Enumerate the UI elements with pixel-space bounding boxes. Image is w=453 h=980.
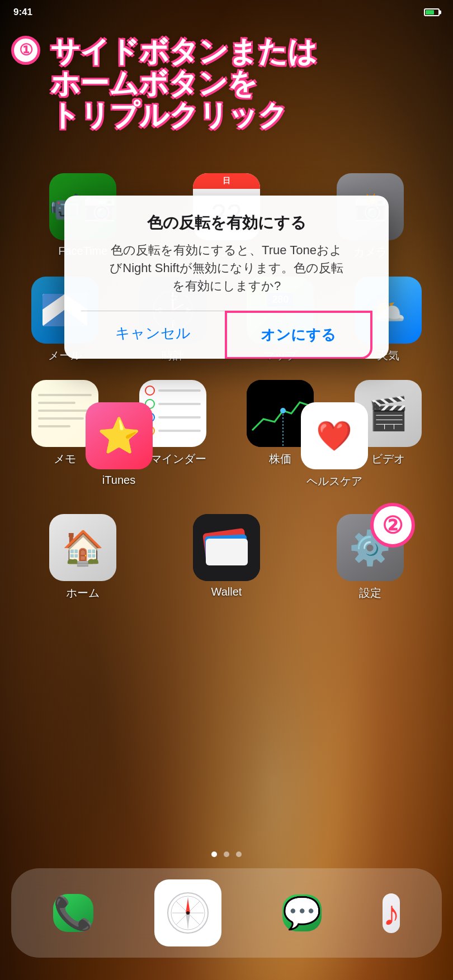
app-wallet[interactable]: Wallet (187, 514, 266, 601)
star-shape: ⭐ (97, 416, 140, 456)
cancel-button[interactable]: キャンセル (81, 311, 225, 359)
health-icon[interactable]: ❤️ (301, 402, 368, 469)
step2-circle-container: ② (370, 503, 415, 548)
page-dot-1 (211, 851, 217, 857)
battery-fill (426, 10, 434, 15)
wallet-label: Wallet (211, 586, 242, 598)
confirm-button[interactable]: オンにする (225, 311, 373, 359)
app-health[interactable]: ❤️ ヘルスケア (295, 402, 374, 489)
page-dot-2 (224, 851, 229, 857)
svg-point-23 (186, 911, 190, 915)
dock: 📞 💬 ♪ (11, 868, 442, 958)
status-time: 9:41 (13, 7, 32, 18)
dialog-title: 色の反転を有効にする (81, 212, 372, 234)
dialog-box: 色の反転を有効にする 色の反転を有効にすると、True ToneおよびNight… (64, 196, 389, 359)
dialog-overlay: 色の反転を有効にする 色の反転を有効にすると、True ToneおよびNight… (0, 196, 453, 359)
music-icon[interactable]: ♪ (383, 893, 400, 933)
wallet-card-3 (206, 539, 248, 565)
dock-phone[interactable]: 📞 (53, 894, 93, 932)
messages-icon[interactable]: 💬 (282, 895, 322, 931)
page-dot-3 (236, 851, 242, 857)
music-note: ♪ (383, 893, 400, 933)
status-right (424, 8, 440, 16)
step1-circle: ① (11, 36, 40, 65)
step2-circle: ② (370, 503, 415, 548)
dock-safari[interactable] (154, 879, 221, 946)
dialog-message: 色の反転を有効にすると、True ToneおよびNight Shiftが無効にな… (81, 241, 372, 295)
itunes-icon[interactable]: ⭐ (86, 402, 153, 469)
phone-icon[interactable]: 📞 (53, 894, 93, 932)
home-label: ホーム (66, 586, 100, 601)
wallet-cards (204, 531, 249, 564)
app-settings[interactable]: ⚙️ 設定 ② (331, 514, 409, 601)
app-row-4: ⭐ iTunes ❤️ ヘルスケア (11, 402, 442, 489)
app-row-5-container: 🏠 ホーム Wallet ⚙️ 設定 (0, 514, 453, 617)
battery-icon (424, 8, 440, 16)
calendar-header: 日 (193, 173, 260, 189)
safari-icon[interactable] (154, 879, 221, 946)
app-row-5: 🏠 ホーム Wallet ⚙️ 設定 (11, 514, 442, 601)
app-itunes[interactable]: ⭐ iTunes (80, 402, 158, 489)
itunes-label: iTunes (102, 474, 135, 487)
health-label: ヘルスケア (306, 474, 362, 489)
instruction-line1: サイドボタンまたは (50, 36, 317, 68)
home-icon[interactable]: 🏠 (49, 514, 116, 581)
dialog-buttons: キャンセル オンにする (81, 311, 372, 359)
wallet-icon[interactable] (193, 514, 260, 581)
dock-messages[interactable]: 💬 (282, 895, 322, 931)
instruction-line2: ホームボタンを (50, 68, 317, 99)
instruction-overlay: ① サイドボタンまたは ホームボタンを トリプルクリック (0, 25, 453, 137)
status-bar: 9:41 (0, 0, 453, 25)
settings-label: 設定 (359, 586, 381, 601)
app-home[interactable]: 🏠 ホーム (44, 514, 122, 601)
app-row-4-container: ⭐ iTunes ❤️ ヘルスケア (0, 402, 453, 506)
instruction-line3: トリプルクリック (50, 99, 317, 131)
dock-music[interactable]: ♪ (383, 893, 400, 933)
page-dots (0, 851, 453, 857)
